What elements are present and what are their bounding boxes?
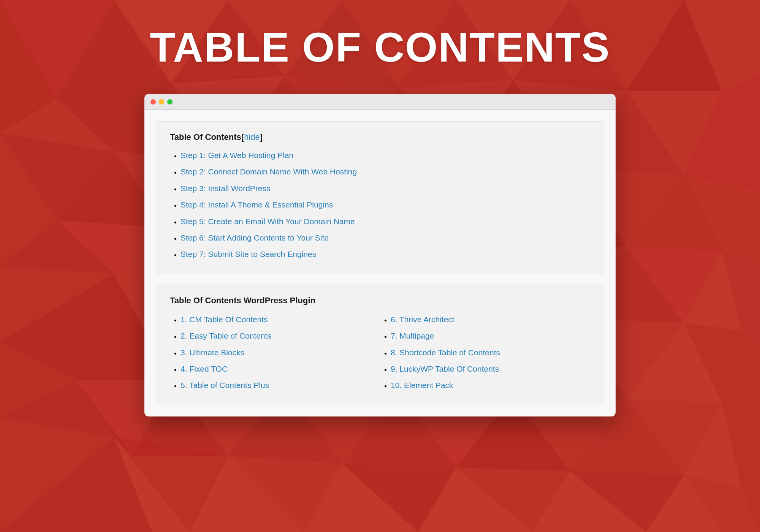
plugin-list-item: 3. Ultimate Blocks xyxy=(180,347,380,358)
plugin-list-link[interactable]: 3. Ultimate Blocks xyxy=(180,348,244,357)
svg-marker-86 xyxy=(228,456,342,532)
plugin-list-link[interactable]: 6. Thrive Architect xyxy=(391,315,454,324)
svg-marker-87 xyxy=(342,464,456,532)
toc-list-item: Step 3: Install WordPress xyxy=(180,183,590,194)
plugin-list-link[interactable]: 9. LuckyWP Table Of Contents xyxy=(391,364,499,373)
plugin-list-link[interactable]: 4. Fixed TOC xyxy=(180,364,228,373)
plugin-list-item: 4. Fixed TOC xyxy=(180,363,380,374)
toc-list-item: Step 7: Submit Site to Search Engines xyxy=(180,249,590,260)
browser-titlebar xyxy=(144,94,616,110)
dot-red[interactable] xyxy=(150,99,156,104)
browser-content: Table Of Contents[hide] Step 1: Get A We… xyxy=(144,110,616,416)
plugin-section: Table Of Contents WordPress Plugin 1. CM… xyxy=(156,285,604,405)
plugin-list-link[interactable]: 10. Element Pack xyxy=(391,381,453,390)
plugin-list-item: 5. Table of Contents Plus xyxy=(180,380,380,391)
toc-list-link[interactable]: Step 4: Install A Theme & Essential Plug… xyxy=(180,200,333,209)
plugin-list-link[interactable]: 5. Table of Contents Plus xyxy=(180,381,269,390)
toc-list-link[interactable]: Step 3: Install WordPress xyxy=(180,184,271,193)
toc-hide-link[interactable]: hide xyxy=(244,132,260,142)
plugin-list-item: 8. Shortcode Table of Contents xyxy=(391,347,590,358)
plugin-list-item: 7. Multipage xyxy=(391,330,590,341)
plugin-list-item: 6. Thrive Architect xyxy=(391,314,590,325)
toc-list-item: Step 5: Create an Email With Your Domain… xyxy=(180,216,590,227)
plugin-col-1: 1. CM Table Of Contents2. Easy Table of … xyxy=(170,314,380,391)
svg-marker-88 xyxy=(456,467,570,532)
dot-yellow[interactable] xyxy=(159,99,164,104)
plugin-list-item: 1. CM Table Of Contents xyxy=(180,314,380,325)
toc-list-link[interactable]: Step 7: Submit Site to Search Engines xyxy=(180,250,316,258)
toc-list-link[interactable]: Step 5: Create an Email With Your Domain… xyxy=(180,217,355,226)
toc-list-link[interactable]: Step 1: Get A Web Hosting Plan xyxy=(180,151,293,160)
svg-marker-89 xyxy=(570,471,684,532)
toc-section: Table Of Contents[hide] Step 1: Get A We… xyxy=(156,121,604,274)
toc-list-link[interactable]: Step 6: Start Adding Contents to Your Si… xyxy=(180,233,329,242)
plugin-list-link[interactable]: 2. Easy Table of Contents xyxy=(180,331,271,340)
plugin-col-2: 6. Thrive Architect7. Multipage8. Shortc… xyxy=(380,314,590,391)
page-title: TABLE OF CONTENTS xyxy=(0,23,760,71)
svg-marker-55 xyxy=(722,251,760,342)
plugin-columns: 1. CM Table Of Contents2. Easy Table of … xyxy=(170,314,590,391)
toc-list-item: Step 1: Get A Web Hosting Plan xyxy=(180,150,590,161)
plugin-list-link[interactable]: 8. Shortcode Table of Contents xyxy=(391,348,500,357)
plugin-list-link[interactable]: 1. CM Table Of Contents xyxy=(180,315,268,324)
toc-list-item: Step 4: Install A Theme & Essential Plug… xyxy=(180,199,590,210)
toc-section-title: Table Of Contents[hide] xyxy=(170,132,590,142)
browser-dots xyxy=(150,99,173,104)
browser-window: Table Of Contents[hide] Step 1: Get A We… xyxy=(144,94,616,416)
toc-list: Step 1: Get A Web Hosting PlanStep 2: Co… xyxy=(170,150,590,260)
plugin-list-item: 10. Element Pack xyxy=(391,380,590,391)
toc-list-link[interactable]: Step 2: Connect Domain Name With Web Hos… xyxy=(180,167,357,176)
plugin-list-link[interactable]: 7. Multipage xyxy=(391,331,434,340)
plugin-list-item: 2. Easy Table of Contents xyxy=(180,330,380,341)
toc-list-item: Step 2: Connect Domain Name With Web Hos… xyxy=(180,166,590,177)
header: TABLE OF CONTENTS xyxy=(0,0,760,90)
dot-green[interactable] xyxy=(167,99,173,104)
plugin-section-title: Table Of Contents WordPress Plugin xyxy=(170,296,590,306)
toc-list-item: Step 6: Start Adding Contents to Your Si… xyxy=(180,232,590,243)
plugin-list-item: 9. LuckyWP Table Of Contents xyxy=(391,363,590,374)
